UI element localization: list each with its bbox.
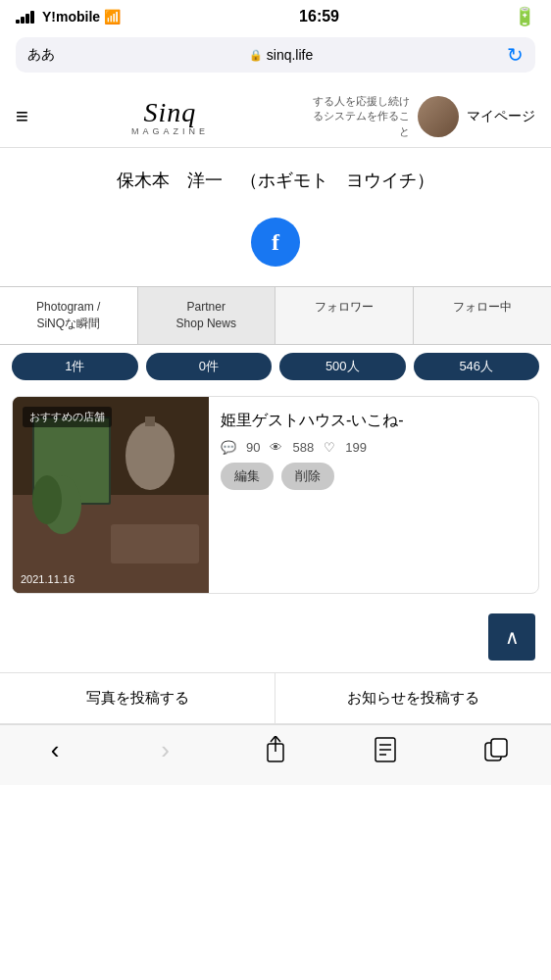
post-photo-button[interactable]: 写真を投稿する xyxy=(0,673,276,723)
address-bar[interactable]: ああ 🔒 sinq.life ↻ xyxy=(16,37,535,73)
view-count: 588 xyxy=(292,440,314,455)
count-badges: 1件 0件 500人 546人 xyxy=(0,345,551,388)
lock-icon: 🔒 xyxy=(249,49,263,62)
post-news-button[interactable]: お知らせを投稿する xyxy=(276,673,551,723)
count-photogram: 1件 xyxy=(12,353,138,380)
articles-section: おすすめの店舗 2021.11.16 姫里ゲストハウス-いこね- 💬 90 👁 … xyxy=(0,388,551,602)
delete-button[interactable]: 削除 xyxy=(281,463,334,490)
hamburger-menu-button[interactable]: ≡ xyxy=(16,104,28,129)
header-tagline: する人を応援し続けるシステムを作ること xyxy=(312,94,410,139)
carrier-label: Y!mobile xyxy=(42,9,100,24)
back-to-top-area: ∧ xyxy=(0,602,551,672)
facebook-button-area: f xyxy=(0,204,551,286)
view-icon: 👁 xyxy=(270,440,282,455)
svg-point-4 xyxy=(125,421,175,490)
logo-area: Sinq MAGAZINE xyxy=(131,97,209,136)
tab-partner-shop-news[interactable]: Partner Shop News xyxy=(138,287,276,344)
facebook-button[interactable]: f xyxy=(251,218,300,267)
avatar-image xyxy=(418,96,459,137)
svg-rect-5 xyxy=(145,416,155,426)
signal-icon xyxy=(16,11,34,24)
article-title: 姫里ゲストハウス-いこね- xyxy=(221,409,526,432)
count-following: 546人 xyxy=(414,353,540,380)
tab-followers[interactable]: フォロワー xyxy=(276,287,414,344)
thumb-date: 2021.11.16 xyxy=(21,573,75,585)
article-card: おすすめの店舗 2021.11.16 姫里ゲストハウス-いこね- 💬 90 👁 … xyxy=(12,396,539,594)
count-followers: 500人 xyxy=(279,353,406,380)
profile-section: 保木本 洋一 （ホギモト ヨウイチ） xyxy=(0,148,551,204)
like-count: 199 xyxy=(345,440,367,455)
count-partner-news: 0件 xyxy=(146,353,273,380)
facebook-icon: f xyxy=(272,229,279,256)
share-button[interactable] xyxy=(251,736,300,763)
svg-point-8 xyxy=(32,475,62,524)
url-display[interactable]: 🔒 sinq.life xyxy=(63,47,499,63)
header-right: する人を応援し続けるシステムを作ること マイページ xyxy=(312,94,535,139)
refresh-button[interactable]: ↻ xyxy=(507,43,524,67)
site-logo: Sinq xyxy=(144,97,197,128)
wifi-icon: 📶 xyxy=(104,9,121,24)
bookmarks-button[interactable] xyxy=(361,737,410,762)
article-info: 姫里ゲストハウス-いこね- 💬 90 👁 588 ♡ 199 編集 削除 xyxy=(209,397,538,593)
article-actions: 編集 削除 xyxy=(221,463,526,490)
logo-subtitle: MAGAZINE xyxy=(131,126,209,136)
chevron-up-icon: ∧ xyxy=(505,625,520,649)
forward-button[interactable]: › xyxy=(141,735,190,765)
comment-icon: 💬 xyxy=(221,440,236,455)
article-meta: 💬 90 👁 588 ♡ 199 xyxy=(221,440,526,455)
mypage-button[interactable]: マイページ xyxy=(467,108,535,125)
tabs-button[interactable] xyxy=(472,738,521,761)
header-nav: ≡ Sinq MAGAZINE する人を応援し続けるシステムを作ること マイペー… xyxy=(0,86,551,148)
status-left: Y!mobile 📶 xyxy=(16,9,125,24)
bottom-action-bar: 写真を投稿する お知らせを投稿する xyxy=(0,672,551,724)
like-icon: ♡ xyxy=(324,440,335,455)
back-to-top-button[interactable]: ∧ xyxy=(488,613,535,661)
article-thumbnail: おすすめの店舗 2021.11.16 xyxy=(13,397,209,593)
url-text: sinq.life xyxy=(267,47,313,63)
back-button[interactable]: ‹ xyxy=(30,735,79,765)
svg-rect-6 xyxy=(111,524,199,564)
status-bar: Y!mobile 📶 16:59 🔋 xyxy=(0,0,551,33)
tab-following[interactable]: フォロー中 xyxy=(414,287,552,344)
browser-label: ああ xyxy=(27,46,55,64)
edit-button[interactable]: 編集 xyxy=(221,463,274,490)
status-time: 16:59 xyxy=(299,8,339,25)
tab-photogram[interactable]: Photogram / SiNQな瞬間 xyxy=(0,287,138,344)
comment-count: 90 xyxy=(246,440,260,455)
thumb-label: おすすめの店舗 xyxy=(23,407,112,427)
tabs-section: Photogram / SiNQな瞬間 Partner Shop News フォ… xyxy=(0,286,551,345)
battery-icon: 🔋 xyxy=(514,6,535,27)
avatar[interactable] xyxy=(418,96,459,137)
ios-nav-bar: ‹ › xyxy=(0,724,551,785)
svg-rect-16 xyxy=(491,739,507,757)
profile-name: 保木本 洋一 （ホギモト ヨウイチ） xyxy=(16,168,535,194)
